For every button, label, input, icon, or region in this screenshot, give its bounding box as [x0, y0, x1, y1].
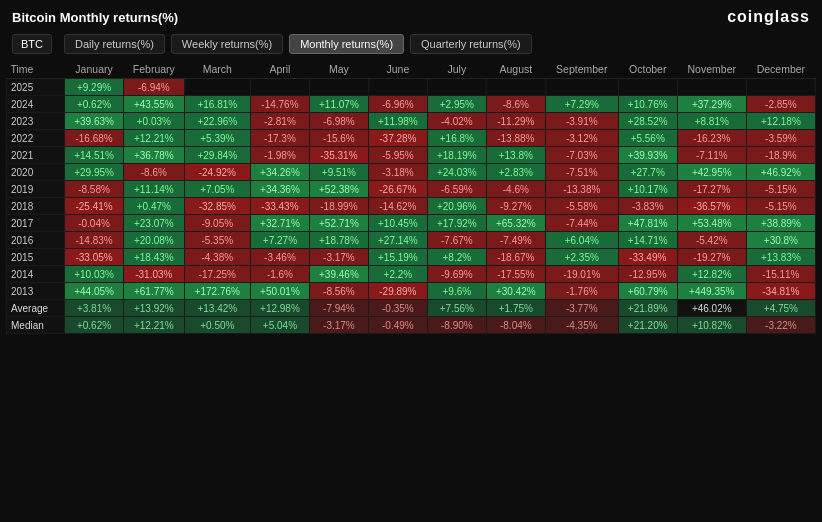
average-cell: +7.56% — [427, 300, 486, 317]
average-cell: -7.94% — [309, 300, 368, 317]
cell-value: -14.62% — [368, 198, 427, 215]
cell-value: +8.81% — [677, 113, 746, 130]
btc-selector[interactable]: BTC — [12, 34, 52, 54]
cell-value: -5.58% — [545, 198, 618, 215]
cell-value: -34.81% — [746, 283, 815, 300]
cell-year: 2015 — [7, 249, 65, 266]
cell-value: -33.05% — [65, 249, 124, 266]
cell-value: -36.57% — [677, 198, 746, 215]
tab-quarterly[interactable]: Quarterly returns(%) — [410, 34, 532, 54]
returns-table: Time January February March April May Ju… — [6, 60, 816, 334]
cell-value: -31.03% — [124, 266, 185, 283]
cell-value: +6.04% — [545, 232, 618, 249]
cell-value: +34.26% — [250, 164, 309, 181]
cell-value: -7.11% — [677, 147, 746, 164]
cell-value: +16.81% — [184, 96, 250, 113]
table-header-row: Time January February March April May Ju… — [7, 60, 816, 79]
average-row: Average+3.81%+13.92%+13.42%+12.98%-7.94%… — [7, 300, 816, 317]
cell-value: +44.05% — [65, 283, 124, 300]
median-cell: -8.04% — [486, 317, 545, 334]
cell-value: -8.6% — [124, 164, 185, 181]
cell-value: +18.19% — [427, 147, 486, 164]
col-sep: September — [545, 60, 618, 79]
cell-value: +37.29% — [677, 96, 746, 113]
average-cell: +1.75% — [486, 300, 545, 317]
cell-value: +18.43% — [124, 249, 185, 266]
cell-value: -0.04% — [65, 215, 124, 232]
cell-value: +11.07% — [309, 96, 368, 113]
cell-value: +36.78% — [124, 147, 185, 164]
col-oct: October — [618, 60, 677, 79]
cell-value: -3.12% — [545, 130, 618, 147]
cell-value: +52.71% — [309, 215, 368, 232]
cell-value: +9.6% — [427, 283, 486, 300]
cell-value: -5.35% — [184, 232, 250, 249]
cell-value: -3.17% — [309, 249, 368, 266]
table-row: 2020+29.95%-8.6%-24.92%+34.26%+9.51%-3.1… — [7, 164, 816, 181]
cell-value: +46.92% — [746, 164, 815, 181]
median-label: Median — [7, 317, 65, 334]
cell-value: -33.43% — [250, 198, 309, 215]
cell-value: +9.51% — [309, 164, 368, 181]
median-cell: +10.82% — [677, 317, 746, 334]
average-cell: -3.77% — [545, 300, 618, 317]
cell-value: +10.17% — [618, 181, 677, 198]
cell-value: +27.7% — [618, 164, 677, 181]
col-feb: February — [124, 60, 185, 79]
cell-value: -7.03% — [545, 147, 618, 164]
col-jul: July — [427, 60, 486, 79]
cell-value — [545, 79, 618, 96]
table-row: 2015-33.05%+18.43%-4.38%-3.46%-3.17%+15.… — [7, 249, 816, 266]
median-row: Median+0.62%+12.21%+0.50%+5.04%-3.17%-0.… — [7, 317, 816, 334]
median-cell: -4.35% — [545, 317, 618, 334]
cell-year: 2021 — [7, 147, 65, 164]
cell-value: +7.29% — [545, 96, 618, 113]
cell-value: -8.6% — [486, 96, 545, 113]
cell-value — [618, 79, 677, 96]
col-time: Time — [7, 60, 65, 79]
cell-value: -6.59% — [427, 181, 486, 198]
table-row: 2025+9.29%-6.94% — [7, 79, 816, 96]
tab-daily[interactable]: Daily returns(%) — [64, 34, 165, 54]
average-cell: -0.35% — [368, 300, 427, 317]
cell-value: +32.71% — [250, 215, 309, 232]
cell-value: -2.81% — [250, 113, 309, 130]
cell-value: -35.31% — [309, 147, 368, 164]
median-cell: -0.49% — [368, 317, 427, 334]
cell-value: -24.92% — [184, 164, 250, 181]
cell-value — [427, 79, 486, 96]
tab-monthly[interactable]: Monthly returns(%) — [289, 34, 404, 54]
page-title: Bitcoin Monthly returns(%) — [12, 10, 178, 25]
cell-value: +27.14% — [368, 232, 427, 249]
table-row: 2023+39.63%+0.03%+22.96%-2.81%-6.98%+11.… — [7, 113, 816, 130]
cell-value: -5.95% — [368, 147, 427, 164]
cell-value: +22.96% — [184, 113, 250, 130]
cell-value: -4.38% — [184, 249, 250, 266]
average-cell: +13.92% — [124, 300, 185, 317]
page-header: Bitcoin Monthly returns(%) coinglass — [0, 0, 822, 30]
cell-value: +47.81% — [618, 215, 677, 232]
cell-value: +20.96% — [427, 198, 486, 215]
cell-value: -15.11% — [746, 266, 815, 283]
cell-value: +14.71% — [618, 232, 677, 249]
average-cell: +3.81% — [65, 300, 124, 317]
table-row: 2019-8.58%+11.14%+7.05%+34.36%+52.38%-26… — [7, 181, 816, 198]
cell-value: -25.41% — [65, 198, 124, 215]
cell-value: +38.89% — [746, 215, 815, 232]
cell-value: +39.93% — [618, 147, 677, 164]
cell-value: +5.39% — [184, 130, 250, 147]
cell-value: +43.55% — [124, 96, 185, 113]
cell-value — [184, 79, 250, 96]
average-cell: +21.89% — [618, 300, 677, 317]
cell-value: +7.05% — [184, 181, 250, 198]
cell-value: +8.2% — [427, 249, 486, 266]
tab-weekly[interactable]: Weekly returns(%) — [171, 34, 283, 54]
cell-value: +30.42% — [486, 283, 545, 300]
median-cell: +0.62% — [65, 317, 124, 334]
cell-value: -19.27% — [677, 249, 746, 266]
cell-value: +10.76% — [618, 96, 677, 113]
cell-value: -37.28% — [368, 130, 427, 147]
cell-value: +52.38% — [309, 181, 368, 198]
cell-value: -16.23% — [677, 130, 746, 147]
cell-value — [250, 79, 309, 96]
